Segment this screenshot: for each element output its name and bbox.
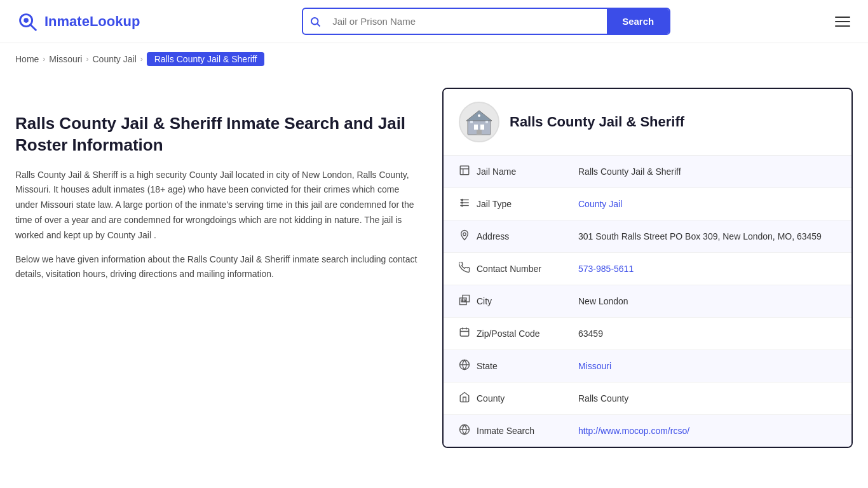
search-icon-wrap bbox=[303, 16, 327, 27]
row-label: County bbox=[477, 393, 578, 403]
state-icon bbox=[459, 359, 477, 373]
right-panel: Ralls County Jail & Sheriff Jail NameRal… bbox=[442, 88, 853, 448]
info-row: Jail NameRalls County Jail & Sheriff bbox=[444, 156, 851, 188]
row-label: Jail Name bbox=[477, 166, 578, 177]
row-value: Ralls County Jail & Sheriff bbox=[578, 166, 836, 177]
svg-line-4 bbox=[318, 24, 320, 26]
inmate-icon bbox=[459, 424, 477, 438]
breadcrumb-chevron-1: › bbox=[43, 55, 45, 64]
row-link[interactable]: http://www.mocop.com/rcso/ bbox=[578, 426, 689, 436]
svg-point-19 bbox=[461, 199, 463, 200]
row-value[interactable]: http://www.mocop.com/rcso/ bbox=[578, 426, 836, 436]
row-label: State bbox=[477, 361, 578, 371]
city-icon bbox=[459, 294, 477, 308]
svg-point-12 bbox=[478, 114, 480, 117]
logo[interactable]: InmateLookup bbox=[15, 10, 140, 34]
row-value: New London bbox=[578, 296, 836, 306]
breadcrumb-chevron-3: › bbox=[140, 55, 143, 64]
logo-text: InmateLookup bbox=[44, 13, 140, 30]
info-row: Contact Number573-985-5611 bbox=[444, 253, 851, 285]
svg-point-20 bbox=[461, 202, 463, 203]
row-value[interactable]: County Jail bbox=[578, 199, 836, 209]
menu-button[interactable] bbox=[832, 14, 853, 29]
search-button[interactable]: Search bbox=[607, 9, 669, 34]
breadcrumb-home[interactable]: Home bbox=[15, 54, 39, 64]
description-paragraph-1: Ralls County Jail & Sheriff is a high se… bbox=[15, 168, 422, 243]
row-value: 63459 bbox=[578, 329, 836, 339]
svg-point-3 bbox=[311, 18, 318, 25]
hamburger-line-3 bbox=[835, 25, 850, 27]
info-row: Inmate Searchhttp://www.mocop.com/rcso/ bbox=[444, 415, 851, 447]
breadcrumb-type[interactable]: County Jail bbox=[92, 54, 136, 64]
main-content: Ralls County Jail & Sheriff Inmate Searc… bbox=[0, 75, 868, 473]
county-icon bbox=[459, 391, 477, 405]
search-input[interactable] bbox=[327, 10, 607, 33]
svg-rect-11 bbox=[485, 121, 488, 123]
phone-icon bbox=[459, 262, 477, 276]
description-paragraph-2: Below we have given information about th… bbox=[15, 252, 422, 283]
breadcrumb-state[interactable]: Missouri bbox=[49, 54, 82, 64]
info-row: Address301 South Ralls Street PO Box 309… bbox=[444, 220, 851, 253]
svg-line-2 bbox=[31, 24, 36, 30]
row-label: Zip/Postal Code bbox=[477, 329, 578, 339]
left-panel: Ralls County Jail & Sheriff Inmate Searc… bbox=[15, 88, 422, 448]
info-table: Jail NameRalls County Jail & SheriffJail… bbox=[444, 156, 851, 447]
card-header: Ralls County Jail & Sheriff bbox=[444, 89, 851, 156]
row-value[interactable]: Missouri bbox=[578, 361, 836, 371]
svg-rect-10 bbox=[470, 121, 473, 123]
hamburger-line-2 bbox=[835, 21, 850, 22]
info-row: CountyRalls County bbox=[444, 383, 851, 415]
svg-rect-7 bbox=[474, 125, 478, 130]
svg-rect-25 bbox=[461, 300, 463, 302]
address-icon bbox=[459, 229, 477, 243]
info-row: CityNew London bbox=[444, 285, 851, 318]
svg-rect-27 bbox=[460, 329, 469, 336]
page-description: Ralls County Jail & Sheriff is a high se… bbox=[15, 168, 422, 283]
jail-icon bbox=[459, 165, 477, 179]
row-link[interactable]: 573-985-5611 bbox=[578, 264, 634, 274]
svg-rect-26 bbox=[464, 300, 465, 302]
hamburger-line-1 bbox=[835, 17, 850, 18]
svg-point-1 bbox=[24, 18, 29, 23]
breadcrumb: Home › Missouri › County Jail › Ralls Co… bbox=[0, 43, 868, 75]
info-card: Ralls County Jail & Sheriff Jail NameRal… bbox=[442, 88, 853, 448]
card-title: Ralls County Jail & Sheriff bbox=[510, 114, 684, 130]
row-value: Ralls County bbox=[578, 393, 836, 403]
jail-avatar bbox=[459, 102, 499, 142]
search-area: Search bbox=[302, 8, 670, 35]
row-label: Address bbox=[477, 231, 578, 241]
row-label: Inmate Search bbox=[477, 426, 578, 436]
row-value[interactable]: 573-985-5611 bbox=[578, 264, 836, 274]
row-label: Contact Number bbox=[477, 264, 578, 274]
page-title: Ralls County Jail & Sheriff Inmate Searc… bbox=[15, 113, 422, 156]
breadcrumb-current: Ralls County Jail & Sheriff bbox=[147, 52, 265, 66]
svg-point-21 bbox=[461, 205, 463, 206]
info-row: Jail TypeCounty Jail bbox=[444, 188, 851, 220]
svg-rect-13 bbox=[460, 166, 469, 175]
row-label: Jail Type bbox=[477, 199, 578, 209]
breadcrumb-chevron-2: › bbox=[86, 55, 88, 64]
row-label: City bbox=[477, 296, 578, 306]
building-icon bbox=[464, 107, 494, 137]
zip-icon bbox=[459, 327, 477, 341]
svg-rect-9 bbox=[477, 130, 482, 135]
site-header: InmateLookup Search bbox=[0, 0, 868, 43]
row-link[interactable]: Missouri bbox=[578, 361, 611, 371]
search-icon bbox=[309, 16, 321, 27]
info-row: Zip/Postal Code63459 bbox=[444, 318, 851, 350]
svg-rect-8 bbox=[480, 125, 484, 130]
row-value: 301 South Ralls Street PO Box 309, New L… bbox=[578, 231, 836, 241]
logo-icon bbox=[15, 10, 39, 34]
info-row: StateMissouri bbox=[444, 350, 851, 383]
search-wrapper: Search bbox=[302, 8, 670, 35]
row-link[interactable]: County Jail bbox=[578, 199, 622, 209]
type-icon bbox=[459, 197, 477, 211]
svg-point-22 bbox=[463, 233, 466, 236]
